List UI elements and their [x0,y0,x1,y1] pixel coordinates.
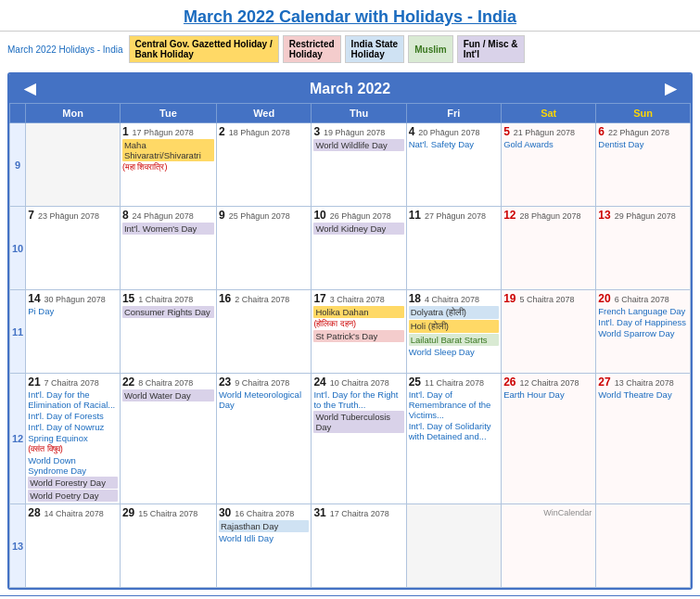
holiday-forests: Int'l. Day of Forests [28,411,118,421]
next-month-button[interactable]: ▶ [655,80,685,97]
day-18: 184 Chaitra 2078 Dolyatra (होली) Holi (ह… [406,290,502,374]
day-empty: WinCalendar [502,504,596,588]
holiday-wildlife: World Wildlife Day [313,139,403,151]
day-28: 2814 Chaitra 2078 [26,504,121,588]
day-empty [26,123,121,207]
day-23: 239 Chaitra 2078 World Meteorological Da… [216,374,311,504]
holiday-victims: Int'l. Day of Remembrance of the Victims… [409,389,500,420]
holiday-spring-hindi: (वसंत विषुव) [28,444,118,454]
prev-month-button[interactable]: ◀ [15,80,45,97]
holiday-womens-day: Int'l. Women's Day [122,223,214,235]
holiday-solidarity: Int'l. Day of Solidarity with Detained a… [409,421,500,441]
day-10: 1026 Phāgun 2078 World Kidney Day [312,207,406,290]
day-26: 2612 Chaitra 2078 Earth Hour Day [502,374,596,504]
holiday-truth: Int'l. Day for the Right to the Truth... [313,389,403,410]
holiday-tuberculosis: World Tuberculosis Day [313,411,403,433]
day-16: 162 Chaitra 2078 [216,290,311,374]
thu-header: Thu [312,104,406,123]
day-6: 622 Phāgun 2078 Dentist Day [596,123,691,207]
day-27: 2713 Chaitra 2078 World Theatre Day [596,374,691,504]
day-24: 2410 Chaitra 2078 Int'l. Day for the Rig… [312,374,406,504]
month-year-title: March 2022 [310,81,390,97]
sat-header: Sat [502,104,596,123]
table-row: 11 1430 Phāgun 2078 Pi Day 151 Chaitra 2… [10,290,691,374]
legend-fun: Fun / Misc &Int'l [457,35,525,63]
day-25: 2511 Chaitra 2078 Int'l. Day of Remembra… [406,374,502,504]
day-2: 218 Phāgun 2078 [216,123,311,207]
calendar-wrapper: ◀ March 2022 ▶ Mon Tue Wed Thu Fri Sat S… [7,72,693,590]
fri-header: Fri [406,104,502,123]
holiday-water: World Water Day [122,389,214,401]
holiday-forestry: World Forestry Day [28,477,118,489]
table-row: 10 723 Phāgun 2078 824 Phāgun 2078 Int'l… [10,207,691,290]
holiday-idli: World Idli Day [219,533,309,543]
holiday-holika-hindi: (होलिका दहन) [313,319,403,329]
sun-header: Sun [596,104,691,123]
legend-muslim: Muslim [408,35,452,63]
holiday-french-lang: French Language Day [598,306,688,316]
week-num-header [10,104,26,123]
holiday-holi: Holi (होली) [409,320,500,333]
legend-label: March 2022 Holidays - India [7,35,129,63]
day-22: 228 Chaitra 2078 World Water Day [120,374,216,504]
holiday-meteorological: World Meteorological Day [219,389,309,410]
wed-header: Wed [216,104,311,123]
day-empty [596,504,691,588]
day-21: 217 Chaitra 2078 Int'l. Day for the Elim… [26,374,121,504]
day-19: 195 Chaitra 2078 [502,290,596,374]
table-row: 13 2814 Chaitra 2078 2915 Chaitra 2078 3… [10,504,691,588]
holiday-theatre: World Theatre Day [598,389,688,400]
holiday-gold-awards: Gold Awards [503,139,593,149]
holiday-dolyatra: Dolyatra (होली) [409,306,500,319]
calendar-grid: Mon Tue Wed Thu Fri Sat Sun 9 117 Phāgun… [9,103,691,588]
week-num-9: 9 [10,123,26,207]
day-5: 521 Phāgun 2078 Gold Awards [502,123,596,207]
day-1: 117 Phāgun 2078 Maha Shivaratri/Shivarat… [120,123,216,207]
day-7: 723 Phāgun 2078 [26,207,121,290]
holiday-pi: Pi Day [28,306,118,316]
table-row: 9 117 Phāgun 2078 Maha Shivaratri/Shivar… [10,123,691,207]
week-num-10: 10 [10,207,26,290]
day-empty [406,504,502,588]
wincalendar-watermark: WinCalendar [503,506,593,519]
holiday-stpatrick: St Patrick's Day [313,330,403,342]
holiday-poetry: World Poetry Day [28,490,118,502]
holiday-racial: Int'l. Day for the Elimination of Racial… [28,389,118,410]
holiday-safety: Nat'l. Safety Day [409,139,500,149]
day-20: 206 Chaitra 2078 French Language Day Int… [596,290,691,374]
holiday-consumer: Consumer Rights Day [122,306,214,318]
holiday-sleep: World Sleep Day [409,347,500,357]
day-29: 2915 Chaitra 2078 [120,504,216,588]
day-12: 1228 Phāgun 2078 [502,207,596,290]
day-17: 173 Chaitra 2078 Holika Dahan (होलिका दह… [312,290,406,374]
footer-link: Courtesy of WinCalendar [0,595,700,599]
day-31: 3117 Chaitra 2078 [312,504,406,588]
week-num-11: 11 [10,290,26,374]
day-13: 1329 Phāgun 2078 [596,207,691,290]
day-9: 925 Phāgun 2078 [216,207,311,290]
calendar-header: ◀ March 2022 ▶ [9,74,691,103]
holiday-sparrow: World Sparrow Day [598,328,688,338]
holiday-maha-shivaratri: Maha Shivaratri/Shivaratri [122,139,214,161]
day-4: 420 Phāgun 2078 Nat'l. Safety Day [406,123,502,207]
holiday-happiness: Int'l. Day of Happiness [598,317,688,327]
holiday-down-syndrome: World Down Syndrome Day [28,455,118,476]
day-3: 319 Phāgun 2078 World Wildlife Day [312,123,406,207]
day-14: 1430 Phāgun 2078 Pi Day [26,290,121,374]
day-11: 1127 Phāgun 2078 [406,207,502,290]
table-row: 12 217 Chaitra 2078 Int'l. Day for the E… [10,374,691,504]
day-15: 151 Chaitra 2078 Consumer Rights Day [120,290,216,374]
page-title: March 2022 Calendar with Holidays - Indi… [0,0,700,31]
legend-state: India StateHoliday [345,35,405,63]
holiday-nowruz: Int'l. Day of Nowruz [28,422,118,432]
holiday-lailat: Lailatul Barat Starts [409,334,500,346]
mon-header: Mon [26,104,121,123]
legend-gazetted: Central Gov. Gazetted Holiday /Bank Holi… [129,35,279,63]
tue-header: Tue [120,104,216,123]
holiday-kidney: World Kidney Day [313,223,403,235]
day-30: 3016 Chaitra 2078 Rajasthan Day World Id… [216,504,311,588]
legend-restricted: RestrictedHoliday [283,35,341,63]
holiday-rajasthan: Rajasthan Day [219,520,309,532]
holiday-earth-hour: Earth Hour Day [503,389,593,400]
day-8: 824 Phāgun 2078 Int'l. Women's Day [120,207,216,290]
